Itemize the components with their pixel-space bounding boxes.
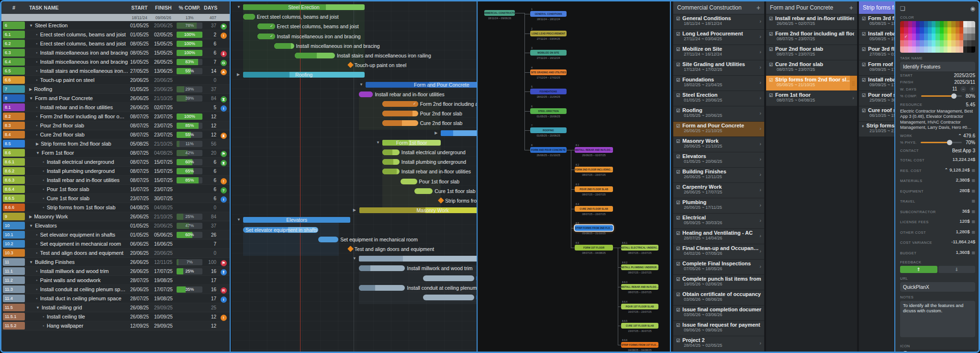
network-node[interactable]: CURE 2ND FLOOR SLAB [575,206,613,212]
resource-text[interactable]: Electric Contractor Management, Best App… [900,109,975,130]
color-swatch[interactable] [959,46,963,53]
color-swatch[interactable] [935,21,939,27]
color-swatch[interactable] [900,34,904,40]
table-row[interactable]: 8.5▶Strip forms from 2nd floor slab05/08… [1,139,230,148]
gantt-task-bar[interactable] [423,295,474,300]
color-swatch[interactable] [928,34,932,40]
table-row[interactable]: 10.1●Set elevator equipment in shafts01/… [1,230,230,239]
gantt-collapse-icon[interactable]: ▼ [237,4,241,10]
color-swatch[interactable] [947,27,951,34]
flag-red-icon[interactable]: ⚑ [221,260,227,266]
caret-down-icon[interactable]: ▼ [29,224,33,228]
chevron-right-icon[interactable]: › [759,49,761,55]
color-swatch[interactable] [920,21,924,27]
cost-grid-icon[interactable]: ▦ [971,209,975,214]
color-swatch[interactable] [944,40,947,46]
chevron-right-icon[interactable]: › [759,233,761,239]
kanban-card[interactable]: ☑Building Finishes26/06/25 ~ 12/11/25› [673,168,764,182]
milestone-diamond[interactable] [347,62,354,68]
kanban-card[interactable]: ☑Install rebar and in-floor utilities26/… [766,14,857,29]
color-swatch[interactable] [916,40,920,46]
color-swatch[interactable] [944,21,947,27]
kanban-card[interactable]: ☑Form and Pour Concrete26/06/25 ~ 21/10/… [673,122,764,137]
color-swatch[interactable] [967,21,971,27]
wdays-plus-button[interactable]: + [969,86,975,92]
color-swatch[interactable] [924,27,928,34]
info-blue-icon[interactable]: i [221,196,227,203]
color-swatch[interactable] [904,34,908,40]
network-node[interactable]: POUR 1ST FLOOR SLAB [621,304,658,309]
network-node[interactable]: STEEL ERECTION [530,108,567,114]
color-swatch[interactable] [935,40,939,46]
color-swatch[interactable] [956,21,959,27]
kanban-card[interactable]: ☑Pour 2nd floor slab08/07/25 ~ 23/07/25 [766,45,857,60]
network-node[interactable]: FORM 2ND FLOOR INCLUDING… [575,167,613,172]
color-swatch[interactable] [947,46,951,53]
color-swatch[interactable] [951,40,955,46]
cost-value[interactable]: 13,224.24$ [952,157,975,162]
kanban-card[interactable]: ☑Complete punch list items from…19/05/26… [673,275,764,290]
thumbdown-red-icon[interactable]: ⇓ [221,51,227,57]
color-swatch[interactable] [947,21,951,27]
kanban-card[interactable]: ☑Complete Final Inspections07/05/26 ~ 18… [673,260,764,274]
color-swatch[interactable] [951,21,955,27]
gantt-task-bar[interactable] [243,14,255,20]
color-swatch[interactable] [944,34,947,40]
network-node[interactable]: ROOFING [530,127,567,133]
kanban-card[interactable]: ☑General Conditions18/11/24 ~ 18/12/24› [673,14,764,29]
info-blue-icon[interactable]: i [221,105,227,112]
color-swatch[interactable] [956,46,959,53]
network-node[interactable]: CURE 1ST FLOOR SLAB [621,323,658,329]
table-row[interactable]: 10▼Elevators01/05/2520/06/2547%37 [1,221,230,230]
color-swatch[interactable] [924,40,928,46]
color-swatch[interactable] [928,46,932,53]
color-swatch[interactable] [951,27,955,34]
network-node[interactable]: FORM AND POUR CONCRETE [530,147,567,153]
chevron-right-icon[interactable]: › [759,110,761,116]
kanban-card[interactable]: ☑Mobilize on Site27/11/24 ~ 16/12/24› [673,45,764,60]
a-orange-icon[interactable]: A [221,69,227,75]
kanban-card[interactable]: ☑Steel Erection01/05/25 ~ 20/06/25› [673,91,764,106]
table-row[interactable]: 11.4●Install duct in ceiling plenum spac… [1,294,230,303]
color-swatch[interactable] [956,34,959,40]
table-row[interactable]: 8.6.1●Install electrical underground08/0… [1,158,230,167]
kanban-card[interactable]: ☑Obtain certificate of occupancy03/06/26… [673,290,764,305]
table-row[interactable]: 8.6.5●Cure 1st floor slab23/07/2530/07/2… [1,194,230,203]
color-swatch[interactable] [912,27,916,34]
gantt-task-bar[interactable] [382,120,418,126]
color-swatch[interactable] [967,46,971,53]
network-node[interactable]: COMMERCIAL CONSTRUCTION [484,10,515,16]
color-swatch[interactable] [900,27,904,34]
color-swatch[interactable] [944,27,947,34]
task-name-input[interactable]: Identify Features [900,62,975,71]
pphys-slider[interactable] [921,142,962,143]
table-row[interactable]: 10.3●Test and align doors and equipment2… [1,249,230,258]
table-row[interactable]: 8.6▼Form 1st floor08/07/2504/08/2542%20⚑ [1,148,230,158]
color-swatch[interactable] [900,21,904,27]
gantt-task-bar[interactable] [423,275,474,281]
color-swatch[interactable] [967,40,971,46]
cost-grid-icon[interactable]: ▦ [971,219,975,224]
color-swatch[interactable] [916,34,920,40]
gantt-collapse-icon[interactable]: ▼ [237,217,241,223]
contact-value[interactable]: Best App 3 [952,148,975,153]
cost-value[interactable]: 2,380$▦ [956,177,975,182]
add-card-button[interactable]: + [757,4,760,11]
color-swatch[interactable] [912,46,916,53]
color-swatch[interactable] [908,21,912,27]
color-swatch[interactable] [900,40,904,46]
chevron-right-icon[interactable]: › [759,217,761,223]
color-swatch[interactable] [928,27,932,34]
finish-value[interactable]: 2025/3/11 [954,80,975,85]
table-row[interactable]: 8.4●Cure 2nd floor slab08/07/2523/07/255… [1,130,230,139]
table-row[interactable]: 11.5.1●Install ceiling tile26/08/2510/09… [1,312,230,321]
kanban-card[interactable]: ☑Issue final request for payment09/06/26… [673,321,764,336]
color-swatch[interactable] [924,46,928,53]
gantt-task-bar[interactable] [382,111,418,116]
column-header--[interactable]: # [1,5,26,11]
network-node[interactable]: POUR 2ND FLOOR SLAB [575,186,613,192]
network-node[interactable]: GENERAL CONDITIONS [530,11,567,17]
chevron-right-icon[interactable]: › [852,95,854,101]
r-red-icon[interactable]: R [221,287,227,294]
kanban-card[interactable]: ☑Heating and Ventilating - AC28/07/25 ~ … [673,229,764,244]
